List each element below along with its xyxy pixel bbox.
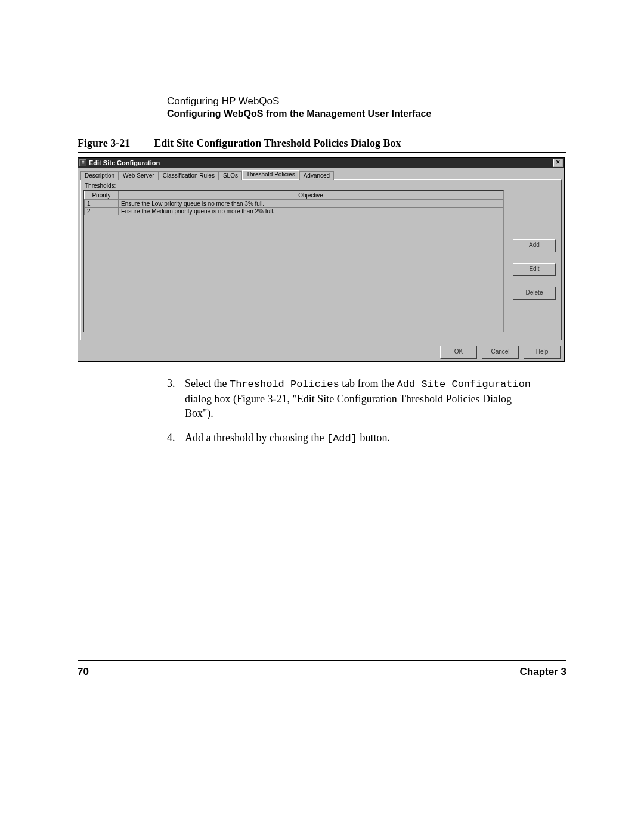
- add-button[interactable]: Add: [513, 239, 556, 252]
- app-icon: ⠿: [79, 159, 86, 166]
- ok-button[interactable]: OK: [440, 346, 477, 359]
- dialog-titlebar: ⠿ Edit Site Configuration ✕: [78, 158, 564, 168]
- edit-button[interactable]: Edit: [513, 263, 556, 276]
- figure-label: Figure 3-21: [78, 137, 130, 150]
- step-number: 3.: [167, 376, 179, 421]
- objective-cell: Ensure the Low priority queue is no more…: [119, 200, 503, 208]
- threshold-policies-panel: Thresholds: Priority Objective 1: [80, 179, 562, 340]
- figure-rule: [78, 152, 566, 153]
- cancel-button[interactable]: Cancel: [482, 346, 519, 359]
- objective-cell: Ensure the Medium priority queue is no m…: [119, 208, 503, 215]
- figure-title: Edit Site Configuration Threshold Polici…: [154, 137, 401, 150]
- tab-advanced[interactable]: Advanced: [299, 171, 334, 180]
- priority-cell: 1: [85, 200, 119, 208]
- side-button-group: Add Edit Delete: [510, 239, 559, 300]
- header-section: Configuring HP WebQoS: [167, 95, 566, 107]
- tab-bar: Description Web Server Classification Ru…: [78, 168, 564, 179]
- table-row[interactable]: 2 Ensure the Medium priority queue is no…: [85, 208, 503, 215]
- tab-classification-rules[interactable]: Classification Rules: [159, 171, 219, 180]
- dialog-title: Edit Site Configuration: [89, 159, 160, 166]
- header-subsection: Configuring WebQoS from the Management U…: [167, 109, 566, 119]
- dialog-bottom-bar: OK Cancel Help: [78, 343, 564, 361]
- step-text: Add a threshold by choosing the [Add] bu…: [185, 431, 390, 446]
- tab-slos[interactable]: SLOs: [219, 171, 242, 180]
- tab-web-server[interactable]: Web Server: [119, 171, 159, 180]
- instruction-list: 3. Select the Threshold Policies tab fro…: [167, 376, 537, 445]
- col-objective: Objective: [119, 191, 503, 200]
- edit-site-configuration-dialog: ⠿ Edit Site Configuration ✕ Description …: [78, 157, 565, 362]
- table-row[interactable]: 1 Ensure the Low priority queue is no mo…: [85, 200, 503, 208]
- tab-description[interactable]: Description: [80, 171, 119, 180]
- footer-rule: [78, 660, 566, 661]
- close-icon[interactable]: ✕: [553, 159, 563, 167]
- step-number: 4.: [167, 431, 179, 446]
- delete-button[interactable]: Delete: [513, 287, 556, 300]
- thresholds-table[interactable]: Priority Objective 1 Ensure the Low prio…: [83, 190, 504, 332]
- chapter-label: Chapter 3: [520, 666, 566, 678]
- thresholds-label: Thresholds:: [85, 182, 559, 189]
- step-text: Select the Threshold Policies tab from t…: [185, 376, 537, 421]
- col-priority: Priority: [85, 191, 119, 200]
- tab-threshold-policies[interactable]: Threshold Policies: [242, 170, 299, 179]
- page-footer: 70 Chapter 3: [78, 660, 566, 678]
- priority-cell: 2: [85, 208, 119, 215]
- page-number: 70: [78, 666, 89, 678]
- help-button[interactable]: Help: [524, 346, 561, 359]
